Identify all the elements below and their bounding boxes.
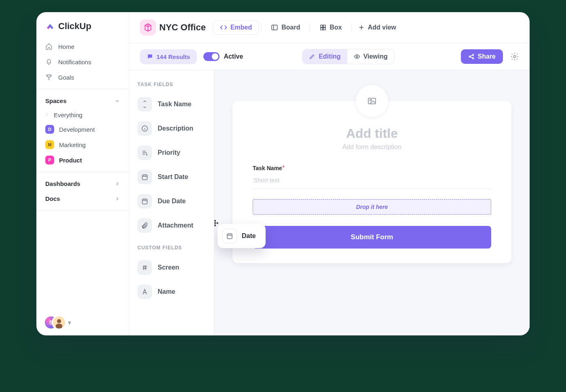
active-toggle[interactable]: Active [203,52,243,61]
field-dropzone[interactable]: Drop it here [253,199,491,215]
nav-label: Home [58,43,74,50]
user-switcher[interactable]: S ▾ [36,315,129,330]
add-view-label: Add view [368,24,396,31]
grid-dots-icon: ∷ [45,112,49,118]
mode-switch: Editing Viewing [302,49,394,64]
pencil-icon [309,53,315,60]
spaces-header-label: Spaces [45,97,67,104]
mode-editing[interactable]: Editing [302,49,347,64]
section-dashboards[interactable]: Dashboards [36,176,129,191]
hash-icon [137,260,152,275]
space-badge: D [45,125,54,134]
caret-down-icon: ▾ [68,319,71,327]
custom-fields-header: CUSTOM FIELDS [137,245,206,251]
share-button[interactable]: Share [461,49,503,64]
svg-rect-12 [142,199,147,204]
share-label: Share [478,53,496,60]
results-label: 144 Results [156,53,190,60]
chat-icon [147,53,153,60]
clickup-logo-icon [45,21,55,31]
active-label: Active [224,53,243,60]
field-label: Name [158,288,175,295]
dragging-field-chip[interactable]: Date [218,224,266,248]
avatar [52,315,66,330]
form-subtitle-input[interactable]: Add form description [253,143,491,151]
sidebar-goals[interactable]: Goals [36,70,129,85]
mode-viewing[interactable]: Viewing [347,49,394,64]
spaces-header[interactable]: Spaces [36,93,129,108]
workspace: TASK FIELDS Task Name Description Priori… [129,70,530,335]
nav-label: Goals [58,74,74,81]
field-screen[interactable]: Screen [136,257,207,278]
brand-logo[interactable]: ClickUp [36,21,129,39]
bell-icon [45,58,53,65]
chevron-right-icon [114,181,120,187]
svg-rect-3 [321,28,323,30]
svg-rect-13 [368,98,376,104]
text-type-icon [137,285,152,299]
paperclip-icon [137,218,152,233]
code-icon [220,24,227,31]
field-label: Screen [158,264,179,271]
avatar-stack: S [44,315,65,330]
divider [36,89,129,89]
topbar: NYC Office Embed Board Box [129,12,530,43]
box-icon [319,24,327,31]
chevron-right-icon [114,196,120,202]
tab-embed[interactable]: Embed [213,20,259,35]
fields-panel: TASK FIELDS Task Name Description Priori… [129,70,214,335]
space-label: Marketing [59,141,86,148]
space-development[interactable]: D Development [36,122,129,137]
app-window: ClickUp Home Notifications Goals Spaces [36,12,530,335]
space-label: Product [59,157,82,164]
sidebar: ClickUp Home Notifications Goals Spaces [36,12,129,335]
info-icon [137,121,152,136]
field-label: Task Name [158,101,191,108]
field-label: Task Name [253,165,282,171]
trophy-icon [45,74,53,81]
section-docs[interactable]: Docs [36,191,129,206]
mode-label: Viewing [363,53,388,60]
tab-board[interactable]: Board [264,20,307,35]
add-view-button[interactable]: Add view [354,21,400,34]
form-canvas: Add title Add form description Task Name… [214,70,530,335]
svg-rect-1 [321,25,323,27]
priority-icon [137,145,152,160]
field-due-date[interactable]: Due Date [136,191,207,212]
form-field-task-name: Task Name* [253,164,491,189]
cover-image-button[interactable] [356,85,388,117]
calendar-icon [137,194,152,209]
results-pill[interactable]: 144 Results [140,49,197,64]
form-title-input[interactable]: Add title [253,126,491,141]
field-label: Attachment [158,222,193,229]
field-task-name[interactable]: Task Name [136,94,207,115]
svg-rect-0 [272,25,278,30]
svg-point-5 [356,56,358,57]
svg-point-14 [370,99,372,101]
field-attachment[interactable]: Attachment [136,215,207,236]
gear-icon[interactable] [510,52,519,61]
field-description[interactable]: Description [136,118,207,139]
mode-label: Editing [319,53,340,60]
tab-box[interactable]: Box [313,20,349,35]
expand-icon [137,97,152,112]
sidebar-notifications[interactable]: Notifications [36,54,129,70]
submit-button[interactable]: Submit Form [253,226,491,249]
task-fields-header: TASK FIELDS [137,82,206,87]
sidebar-home[interactable]: Home [36,39,129,54]
section-label: Docs [45,195,60,202]
divider [36,172,129,172]
task-name-input[interactable] [253,172,491,189]
space-product[interactable]: P Product [36,152,129,168]
field-start-date[interactable]: Start Date [136,166,207,188]
field-name[interactable]: Name [136,281,207,302]
space-everything[interactable]: ∷ Everything [36,108,129,122]
dropzone-label: Drop it here [356,204,388,210]
nav-label: Notifications [58,59,91,65]
space-marketing[interactable]: M Marketing [36,137,129,152]
space-badge: P [45,156,54,164]
space-cube-icon[interactable] [140,19,156,36]
field-priority[interactable]: Priority [136,142,207,163]
divider [36,210,129,211]
tab-label: Embed [230,24,252,31]
